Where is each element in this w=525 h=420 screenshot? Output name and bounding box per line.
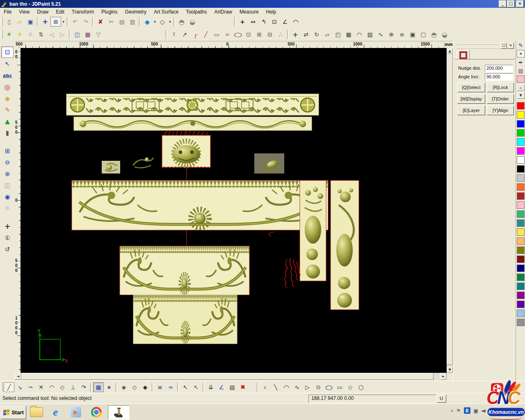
tray-volume-icon[interactable]: ◄) (481, 408, 486, 413)
scroll-up-button[interactable]: ▲ (447, 48, 453, 54)
light-second-icon[interactable]: ☀ (14, 30, 25, 39)
pattern-fill-icon[interactable]: ▨ (517, 67, 525, 74)
measure-arc-icon[interactable]: ◠ (290, 17, 301, 27)
color-olive[interactable] (517, 247, 525, 254)
minimize-button[interactable]: _ (499, 0, 507, 7)
copy-scatter-icon[interactable]: ∴ (275, 30, 286, 39)
start-button[interactable]: Start (1, 406, 26, 419)
nav-forward-icon[interactable]: ▷ (57, 30, 68, 39)
paste-icon[interactable]: ▥ (127, 17, 138, 27)
select-dropdown-icon[interactable]: ▾ (61, 17, 66, 27)
color-black[interactable] (517, 165, 525, 173)
draw-line-icon[interactable]: ╲ (270, 382, 281, 392)
delete-icon[interactable]: ✘ (95, 17, 106, 27)
draw-point-icon[interactable]: x (260, 382, 270, 392)
color-darkteal[interactable] (517, 283, 525, 290)
mirror-icon[interactable]: ⇄ (301, 30, 311, 39)
color-green[interactable] (517, 129, 525, 137)
measure-angle-icon[interactable]: ∠ (280, 17, 290, 27)
select-tool-icon[interactable]: ⊡ (1, 46, 14, 58)
snap-node-icon[interactable]: ↘ (14, 382, 25, 392)
menu-item[interactable]: Plugins (98, 8, 121, 16)
swap-colors-icon[interactable]: ⇅ (36, 30, 46, 39)
menu-item[interactable]: Toolpaths (182, 8, 210, 16)
color-darkred[interactable] (517, 192, 525, 200)
zoom-out-icon[interactable]: ⊖ (2, 157, 13, 168)
drawing-area[interactable]: Y X (21, 48, 447, 373)
color-teal[interactable] (517, 219, 525, 227)
draw-ellipse-icon[interactable]: ○ (321, 382, 337, 392)
folder-icon[interactable] (30, 406, 43, 419)
light-pick-icon[interactable]: ☼ (25, 30, 36, 39)
artwork-apron-1[interactable] (120, 246, 249, 295)
copy-shift-icon[interactable]: ⊞ (254, 30, 265, 39)
fillet-icon[interactable]: ╭ (190, 30, 201, 39)
pan-tool-icon[interactable]: + (2, 221, 13, 232)
measure-distance-icon[interactable]: ↔ (248, 17, 258, 27)
vertical-scrollbar[interactable]: ▲ ▼ (447, 48, 453, 373)
draw-polygon-icon[interactable]: ▷ (302, 382, 313, 392)
redo-icon[interactable]: ↷ (80, 17, 91, 27)
rotate-diamond45-icon[interactable]: ◈ (119, 382, 129, 392)
menu-item[interactable]: View (15, 8, 33, 16)
snap-perp-icon[interactable]: ⊥ (68, 382, 78, 392)
pen-icon[interactable]: ✎ (517, 41, 525, 49)
display-button[interactable]: [W]Display (457, 94, 485, 104)
color-blue[interactable] (517, 120, 525, 128)
align-grid-icon[interactable]: ≡ (397, 30, 407, 39)
snap-angle-icon[interactable]: ∠ (216, 382, 227, 392)
ring-shape-tool-icon[interactable]: ◎ (2, 82, 13, 92)
artwork-apron-2[interactable] (133, 295, 237, 344)
copy-place-icon[interactable]: ⊟ (265, 30, 275, 39)
layer-button[interactable]: [E]Layer (457, 105, 485, 115)
vertical-scroll-thumb[interactable] (447, 54, 453, 365)
measure-rect-icon[interactable]: ⊡ (269, 17, 280, 27)
node-edit-tool-icon[interactable]: ↖ (2, 59, 13, 69)
shaded-view-icon[interactable]: ◓ (176, 17, 187, 27)
data-table-icon[interactable]: ▦ (82, 30, 93, 39)
rotate-icon[interactable]: ↻ (311, 30, 322, 39)
scroll-right-button[interactable]: ► (440, 373, 447, 380)
spline-edit-icon[interactable]: ∿ (375, 30, 386, 39)
current-color-swatch[interactable] (517, 75, 525, 83)
move-icon[interactable]: + (290, 30, 301, 39)
snap-grid-icon[interactable]: ▦ (93, 382, 104, 392)
panel-grip[interactable] (457, 44, 500, 49)
parallel-offset-icon[interactable]: ≡ (155, 382, 165, 392)
pages-view-icon[interactable]: ◫ (2, 180, 13, 191)
extend-icon[interactable]: ↗ (179, 30, 190, 39)
new-file-icon[interactable]: ▯ (4, 17, 14, 27)
redraw-eye-icon[interactable]: ◉ (2, 192, 13, 202)
draw-star-icon[interactable]: ☆ (345, 382, 356, 392)
snap-axis-icon[interactable]: ∗ (104, 382, 114, 392)
color-red[interactable] (517, 102, 525, 110)
menu-item[interactable]: File (0, 8, 15, 16)
array-icon[interactable]: ▦ (343, 30, 354, 39)
tray-network-icon[interactable]: ▣ (473, 408, 478, 414)
draw-arc-icon[interactable]: ◠ (281, 382, 292, 392)
menu-item[interactable]: Transform (68, 8, 98, 16)
menu-item[interactable]: Draw (33, 8, 52, 16)
snap-move-icon[interactable]: ⇊ (205, 382, 216, 392)
snap-corner-icon[interactable]: ⌐ (25, 382, 36, 392)
color-orange[interactable] (517, 183, 525, 191)
order-button[interactable]: [T]Order (487, 94, 514, 104)
group-icon[interactable]: ▣ (407, 30, 418, 39)
unit-toggle-button[interactable]: U (436, 395, 446, 403)
artwork-main-panel[interactable] (72, 180, 328, 230)
scroll-down-button[interactable]: ▼ (447, 367, 453, 373)
nc-drill-tool-icon[interactable]: ▮ (2, 128, 13, 138)
zoom-in-icon[interactable]: ⊕ (2, 169, 13, 179)
color-violet[interactable] (517, 301, 525, 308)
nav-back-icon[interactable]: ◁ (46, 30, 57, 39)
color-magenta[interactable] (517, 147, 525, 155)
artwork-leg-left[interactable] (300, 180, 326, 281)
maximize-button[interactable]: □ (507, 0, 515, 7)
oblong-icon[interactable]: ○ (229, 30, 247, 39)
open-folder-icon[interactable]: ▱ (14, 17, 25, 27)
measure-path-icon[interactable]: ↰ (258, 17, 269, 27)
color-yellow[interactable] (517, 111, 525, 119)
snap-arc-icon[interactable]: ◠ (46, 382, 57, 392)
draw-oval-icon[interactable]: ○ (356, 382, 366, 392)
nudge-cross-icon[interactable]: + (40, 17, 50, 27)
